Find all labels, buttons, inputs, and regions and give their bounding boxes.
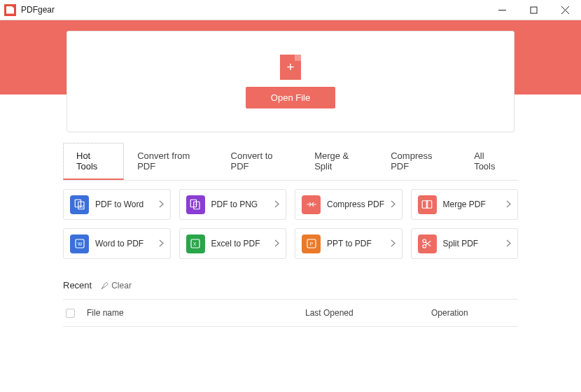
clear-button[interactable]: Clear [99,281,132,290]
window-controls [486,0,581,20]
tool-label: Excel to PDF [211,239,260,248]
svg-text:P: P [309,241,313,246]
app-title: PDFgear [21,5,55,15]
svg-text:X: X [193,241,197,246]
pdf-to-word-icon-container: W [70,195,89,214]
word-to-pdf-icon-container: W [70,234,89,253]
chevron-right-icon [159,237,164,250]
tab-merge-and-split[interactable]: Merge & Split [301,143,377,180]
close-button[interactable] [550,0,581,20]
tool-label: PDF to PNG [211,200,258,209]
tab-convert-to-pdf[interactable]: Convert to PDF [218,143,302,180]
tool-ppt-to-pdf[interactable]: PPPT to PDF [295,228,402,259]
tool-label: Merge PDF [443,200,486,209]
chevron-right-icon [391,198,396,211]
tab-all-tools[interactable]: All Tools [461,143,518,180]
pdf-to-png-icon-container [186,195,205,214]
tool-label: PPT to PDF [327,239,372,248]
tool-pdf-to-word[interactable]: WPDF to Word [63,189,171,220]
tool-pdf-to-png[interactable]: PDF to PNG [179,189,287,220]
chevron-right-icon [274,198,279,211]
svg-text:W: W [78,241,83,246]
table-header: File name Last Opened Operation [63,299,518,327]
svg-point-9 [195,204,197,205]
compress-pdf-icon [305,198,318,211]
tab-convert-from-pdf[interactable]: Convert from PDF [124,143,217,180]
chevron-right-icon [391,237,396,250]
recent-label: Recent [63,280,92,290]
column-operation: Operation [431,308,515,318]
minimize-button[interactable] [486,0,518,20]
tool-split-pdf[interactable]: Split PDF [411,228,519,259]
split-pdf-icon-container [418,234,437,253]
select-all-checkbox[interactable] [66,309,75,318]
split-pdf-icon [421,237,433,250]
tool-label: Compress PDF [327,200,384,209]
file-plus-icon: + [280,55,301,80]
ppt-to-pdf-icon-container: P [302,234,321,253]
banner: + Open File [0,20,581,94]
maximize-button[interactable] [518,0,550,20]
recent-table: File name Last Opened Operation [63,299,518,327]
column-checkbox [66,309,87,318]
pdf-to-png-icon [189,198,202,211]
svg-rect-1 [531,7,537,13]
ppt-to-pdf-icon: P [305,237,318,250]
tab-compress-pdf[interactable]: Compress PDF [377,143,461,180]
tool-label: Word to PDF [95,239,144,248]
column-filename: File name [87,308,305,318]
merge-pdf-icon-container [418,195,437,214]
tool-compress-pdf[interactable]: Compress PDF [295,189,402,220]
open-file-card[interactable]: + Open File [66,31,514,132]
word-to-pdf-icon: W [74,237,86,250]
open-file-button[interactable]: Open File [246,87,335,108]
tool-label: Split PDF [443,239,479,248]
pdf-to-word-icon: W [74,198,86,211]
recent-header: Recent Clear [63,280,518,290]
chevron-right-icon [506,237,511,250]
tab-hot-tools[interactable]: Hot Tools [63,143,124,180]
tool-label: PDF to Word [95,200,144,209]
excel-to-pdf-icon: X [189,237,202,250]
chevron-right-icon [506,198,511,211]
close-icon [561,6,569,14]
tool-excel-to-pdf[interactable]: XExcel to PDF [179,228,287,259]
tool-merge-pdf[interactable]: Merge PDF [411,189,519,220]
minimize-icon [498,6,506,14]
titlebar: PDFgear [0,0,581,20]
app-icon [4,4,16,16]
maximize-icon [530,6,538,14]
broom-icon [99,281,108,290]
column-last-opened: Last Opened [305,308,431,318]
clear-label: Clear [111,281,132,290]
tools-grid: WPDF to WordPDF to PNGCompress PDFMerge … [63,189,518,259]
compress-pdf-icon-container [302,195,321,214]
chevron-right-icon [274,237,279,250]
tool-word-to-pdf[interactable]: WWord to PDF [63,228,171,259]
chevron-right-icon [159,198,164,211]
svg-text:W: W [79,204,83,209]
tabs: Hot ToolsConvert from PDFConvert to PDFM… [63,143,518,181]
excel-to-pdf-icon-container: X [186,234,205,253]
merge-pdf-icon [421,198,433,211]
